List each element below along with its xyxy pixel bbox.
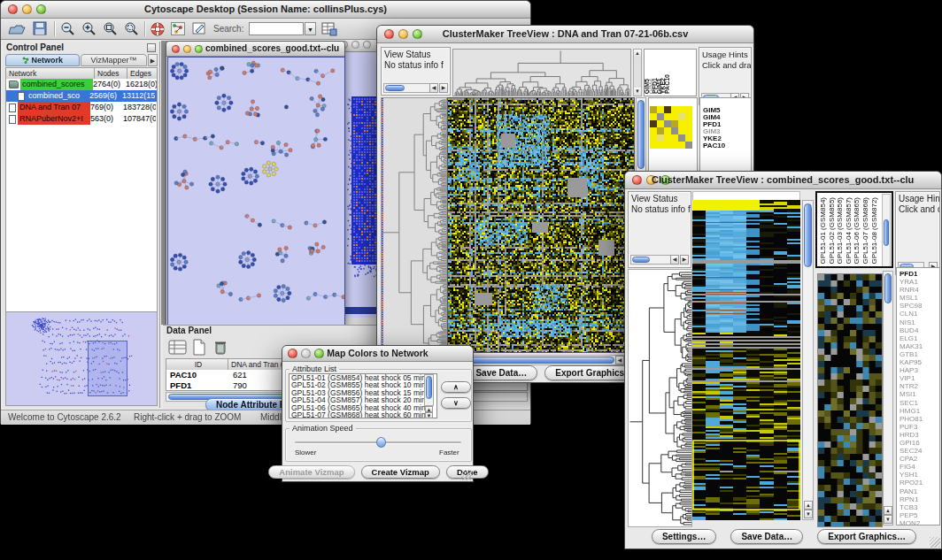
scrollbar-thumb[interactable]: [884, 219, 889, 246]
scrollbar-thumb[interactable]: [464, 357, 614, 364]
view-status-hscrollbar[interactable]: [630, 255, 671, 265]
scroll-up-icon[interactable]: ▲: [634, 50, 641, 58]
scroll-down-icon[interactable]: ▼: [804, 510, 813, 518]
treeview1-column-dendrogram[interactable]: [452, 49, 631, 96]
save-data-button[interactable]: Save Data…: [465, 365, 537, 380]
zoom-matrix-cell[interactable]: [671, 134, 678, 142]
save-data-button[interactable]: Save Data…: [730, 529, 803, 544]
treeview1-zoom-view[interactable]: [650, 106, 692, 149]
attribute-select-icon[interactable]: [168, 339, 188, 359]
close-icon[interactable]: [384, 29, 394, 39]
attribute-list-item[interactable]: GPL51-07 (GSM868) heat shock 60 min: [290, 411, 436, 418]
float-panel-icon[interactable]: [147, 43, 156, 52]
zoom-matrix-cell[interactable]: [678, 127, 685, 134]
open-file-icon[interactable]: [8, 21, 26, 40]
tab-network[interactable]: Network: [5, 54, 80, 66]
zoom-matrix-cell[interactable]: [664, 106, 671, 113]
main-title-bar[interactable]: Cytoscape Desktop (Session Name: collins…: [1, 1, 530, 19]
scroll-left-icon[interactable]: ◀: [615, 356, 624, 364]
zoom-matrix-cell[interactable]: [685, 106, 692, 113]
save-icon[interactable]: [33, 21, 48, 40]
zoom-matrix-cell[interactable]: [650, 134, 657, 142]
close-icon[interactable]: [288, 349, 297, 358]
scrollbar-thumb[interactable]: [884, 273, 892, 303]
zoom-matrix-cell[interactable]: [657, 127, 664, 134]
network-row[interactable]: RNAPuberNov2+I563(0)107847(0): [6, 113, 157, 125]
zoom-matrix-cell[interactable]: [685, 134, 692, 142]
scroll-down-icon[interactable]: ▼: [634, 88, 641, 96]
zoom-in-icon[interactable]: [81, 21, 97, 41]
zoom-matrix-cell[interactable]: [657, 106, 664, 113]
treeview1-mini-scroll[interactable]: ▲ ▼: [633, 49, 642, 96]
column-header-network[interactable]: Network: [6, 68, 95, 79]
column-header-nodes[interactable]: Nodes: [95, 68, 127, 79]
treeview2-row-dendrogram[interactable]: [628, 269, 692, 527]
resize-grip[interactable]: [461, 470, 472, 480]
close-icon[interactable]: [172, 45, 180, 53]
zoom-window-icon[interactable]: [195, 45, 203, 53]
treeview2-global-heatmap[interactable]: [692, 200, 800, 520]
network-row[interactable]: combined_sco2569(6)13112(15): [6, 90, 157, 102]
zoom-window-icon[interactable]: [363, 41, 371, 49]
close-icon[interactable]: [632, 175, 642, 185]
network-overview-panel[interactable]: [5, 311, 158, 406]
network-row[interactable]: DNA and Tran 07769(0)183728(0): [6, 102, 157, 113]
zoom-matrix-cell[interactable]: [657, 142, 664, 149]
scroll-down-icon[interactable]: ▼: [425, 412, 433, 418]
zoom-matrix-cell[interactable]: [657, 113, 664, 120]
zoom-matrix-cell[interactable]: [671, 120, 678, 127]
zoom-matrix-cell[interactable]: [678, 106, 685, 113]
new-attribute-icon[interactable]: [191, 339, 207, 359]
zoom-out-icon[interactable]: [59, 21, 75, 41]
treeview2-zoom-scrollbar[interactable]: ▲ ▼: [883, 271, 893, 525]
zoom-matrix-cell[interactable]: [657, 134, 664, 142]
move-up-button[interactable]: ∧: [441, 381, 471, 393]
view-status-hscrollbar[interactable]: [383, 83, 430, 93]
create-vizmap-button[interactable]: Create Vizmap: [361, 465, 440, 479]
zoom-matrix-cell[interactable]: [664, 142, 671, 149]
column-labels-scrollbar[interactable]: [882, 194, 891, 267]
zoom-matrix-cell[interactable]: [671, 142, 678, 149]
scrollbar-thumb[interactable]: [804, 203, 812, 267]
annotation-icon[interactable]: [192, 22, 207, 40]
zoom-matrix-cell[interactable]: [685, 120, 692, 127]
zoom-matrix-cell[interactable]: [664, 134, 671, 142]
export-graphics-button[interactable]: Export Graphics…: [817, 529, 916, 544]
table-import-icon[interactable]: [321, 21, 337, 40]
resize-grip[interactable]: [930, 537, 940, 548]
zoom-matrix-cell[interactable]: [671, 113, 678, 120]
zoom-matrix-cell[interactable]: [650, 113, 657, 120]
zoom-matrix-cell[interactable]: [650, 127, 657, 134]
minimize-icon[interactable]: [351, 41, 359, 49]
zoom-matrix-cell[interactable]: [657, 120, 664, 127]
scroll-up-icon[interactable]: ▲: [884, 506, 892, 515]
zoom-matrix-cell[interactable]: [685, 142, 692, 149]
scrollbar-thumb[interactable]: [632, 257, 650, 263]
attribute-list[interactable]: GPL51-01 (GSM854) heat shock 05 minGPL51…: [289, 373, 437, 418]
settings-button[interactable]: Settings…: [652, 529, 716, 544]
treeview1-global-heatmap[interactable]: [447, 97, 635, 353]
animate-vizmap-button[interactable]: Animate Vizmap: [268, 465, 354, 479]
scroll-up-icon[interactable]: ▲: [425, 406, 433, 412]
zoom-matrix-cell[interactable]: [678, 142, 685, 149]
column-header-edges[interactable]: Edges: [127, 68, 158, 79]
scroll-right-icon[interactable]: ▶: [680, 255, 689, 265]
close-icon[interactable]: [8, 4, 18, 14]
network-row[interactable]: combined_scores2764(0)16218(0): [6, 79, 157, 90]
scroll-up-icon[interactable]: ▲: [804, 501, 813, 510]
scrollbar-thumb[interactable]: [385, 85, 405, 91]
delete-attribute-icon[interactable]: [212, 339, 228, 359]
slider-thumb[interactable]: [376, 437, 386, 448]
animation-speed-slider[interactable]: [295, 441, 461, 444]
zoom-matrix-cell[interactable]: [664, 113, 671, 120]
search-input[interactable]: [249, 22, 304, 35]
search-dropdown-icon[interactable]: ▼: [305, 22, 316, 35]
scroll-down-icon[interactable]: ▼: [884, 515, 892, 524]
treeview2-vscrollbar[interactable]: ▲ ▼: [802, 200, 814, 520]
minimize-icon[interactable]: [183, 45, 191, 53]
network-view-window-1[interactable]: combined_scores_good.txt--cluste...: [166, 41, 345, 325]
move-down-button[interactable]: ∨: [441, 397, 471, 409]
zoom-matrix-cell[interactable]: [678, 134, 685, 142]
zoom-fit-icon[interactable]: [102, 21, 118, 41]
zoom-matrix-cell[interactable]: [650, 120, 657, 127]
